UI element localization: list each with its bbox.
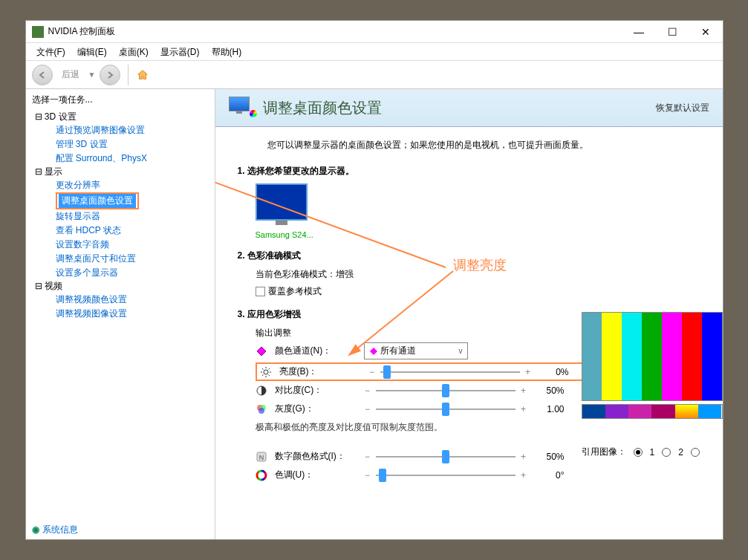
tree-item-multimonitor[interactable]: 设置多个显示器 bbox=[32, 266, 209, 280]
monitor-name: Samsung S24... bbox=[256, 230, 700, 239]
tree-item-hdcp[interactable]: 查看 HDCP 状态 bbox=[32, 224, 209, 238]
page-header-icon bbox=[229, 97, 256, 119]
monitor-thumbnail[interactable] bbox=[256, 183, 308, 221]
gamma-slider[interactable] bbox=[376, 408, 516, 410]
contrast-slider[interactable] bbox=[376, 390, 516, 391]
tree-item-size-position[interactable]: 调整桌面尺寸和位置 bbox=[32, 252, 209, 266]
menubar: 文件(F) 编辑(E) 桌面(K) 显示器(D) 帮助(H) bbox=[26, 43, 723, 61]
tree-item-audio[interactable]: 设置数字音频 bbox=[32, 238, 209, 252]
reference-radio-2[interactable] bbox=[662, 448, 671, 457]
reference-radio-3[interactable] bbox=[691, 448, 700, 457]
tree-item-surround[interactable]: 配置 Surround、PhysX bbox=[32, 152, 209, 166]
gamma-label: 灰度(G)： bbox=[275, 403, 357, 415]
override-checkbox-row[interactable]: 覆盖参考模式 bbox=[256, 285, 700, 298]
home-icon[interactable] bbox=[136, 68, 149, 82]
nvidia-icon: N bbox=[256, 451, 267, 463]
minus-icon: − bbox=[364, 385, 371, 396]
app-icon bbox=[32, 26, 44, 38]
page-description: 您可以调整显示器的桌面颜色设置；如果您使用的是电视机，也可提升画面质量。 bbox=[267, 139, 700, 152]
channel-label: 颜色通道(N)： bbox=[275, 345, 357, 357]
contrast-label: 对比度(C)： bbox=[275, 384, 357, 397]
main-body: 选择一项任务... ⊟ 3D 设置 通过预览调整图像设置 管理 3D 设置 配置… bbox=[26, 89, 723, 539]
vibrance-value: 50% bbox=[535, 452, 565, 462]
tree-item-video-color[interactable]: 调整视频颜色设置 bbox=[32, 293, 209, 307]
hue-label: 色调(U)： bbox=[275, 469, 357, 481]
tree-item-video-image[interactable]: 调整视频图像设置 bbox=[32, 307, 209, 321]
hue-row: 色调(U)： − + 0° bbox=[256, 466, 700, 484]
tree-item-desktop-color[interactable]: 调整桌面颜色设置 bbox=[59, 194, 136, 208]
sidebar-title: 选择一项任务... bbox=[32, 94, 209, 106]
contrast-icon bbox=[256, 385, 267, 397]
override-label: 覆盖参考模式 bbox=[268, 285, 322, 298]
sun-icon bbox=[260, 366, 272, 378]
svg-line-7 bbox=[262, 368, 264, 370]
plus-icon: + bbox=[520, 452, 527, 462]
toolbar-separator bbox=[128, 65, 129, 85]
svg-line-10 bbox=[268, 368, 270, 370]
section-color-accuracy: 2. 色彩准确模式 当前色彩准确模式：增强 覆盖参考模式 bbox=[238, 250, 700, 298]
plus-icon: + bbox=[520, 385, 527, 396]
minus-icon: − bbox=[364, 404, 371, 414]
svg-point-14 bbox=[258, 408, 264, 414]
menu-file[interactable]: 文件(F) bbox=[30, 45, 71, 59]
preview-area: 引用图像： 1 2 bbox=[582, 312, 723, 458]
minimize-button[interactable]: — bbox=[622, 21, 656, 42]
plus-icon: + bbox=[520, 404, 527, 414]
system-info-link[interactable]: ◉系统信息 bbox=[32, 524, 78, 536]
sidebar: 选择一项任务... ⊟ 3D 设置 通过预览调整图像设置 管理 3D 设置 配置… bbox=[26, 89, 215, 539]
override-checkbox[interactable] bbox=[256, 287, 265, 296]
page-header: 调整桌面颜色设置 恢复默认设置 bbox=[215, 89, 723, 127]
channel-select[interactable]: 所有通道 v bbox=[364, 342, 468, 359]
restore-defaults-link[interactable]: 恢复默认设置 bbox=[656, 102, 709, 114]
tree-group-display[interactable]: ⊟ 显示 bbox=[32, 166, 209, 178]
minus-icon: − bbox=[368, 367, 376, 377]
brightness-label: 亮度(B)： bbox=[279, 365, 361, 378]
back-button[interactable] bbox=[32, 65, 53, 85]
back-label: 后退 bbox=[57, 68, 84, 81]
menu-display[interactable]: 显示器(D) bbox=[155, 45, 206, 59]
back-dropdown-icon[interactable]: ▼ bbox=[88, 71, 96, 79]
menu-help[interactable]: 帮助(H) bbox=[206, 45, 248, 59]
tree-item-rotate[interactable]: 旋转显示器 bbox=[32, 209, 209, 224]
tree-item-manage3d[interactable]: 管理 3D 设置 bbox=[32, 137, 209, 152]
channel-icon bbox=[256, 345, 267, 357]
section-select-monitor: 1. 选择您希望更改的显示器。 Samsung S24... bbox=[238, 165, 700, 239]
svg-marker-1 bbox=[370, 348, 377, 355]
vibrance-slider[interactable] bbox=[376, 456, 516, 458]
menu-edit[interactable]: 编辑(E) bbox=[71, 45, 113, 59]
hue-slider[interactable] bbox=[376, 475, 516, 476]
gamma-icon bbox=[256, 403, 267, 415]
reference-radio-1[interactable] bbox=[634, 448, 643, 457]
app-window: NVIDIA 控制面板 — ☐ ✕ 文件(F) 编辑(E) 桌面(K) 显示器(… bbox=[25, 20, 723, 540]
plus-icon: + bbox=[524, 367, 532, 377]
tree-item-preview3d[interactable]: 通过预览调整图像设置 bbox=[32, 123, 209, 137]
forward-button[interactable] bbox=[100, 65, 120, 85]
toolbar: 后退 ▼ bbox=[26, 61, 723, 89]
minus-icon: − bbox=[364, 470, 371, 481]
titlebar: NVIDIA 控制面板 — ☐ ✕ bbox=[26, 21, 723, 43]
menu-desktop[interactable]: 桌面(K) bbox=[113, 45, 155, 59]
reference-label: 引用图像： bbox=[582, 446, 626, 458]
tree-item-resolution[interactable]: 更改分辨率 bbox=[32, 178, 209, 192]
vibrance-label: 数字颜色格式(I)： bbox=[275, 450, 357, 463]
page-title: 调整桌面颜色设置 bbox=[263, 98, 656, 118]
minus-icon: − bbox=[364, 452, 371, 462]
svg-text:N: N bbox=[258, 454, 264, 461]
color-strip bbox=[582, 404, 723, 419]
content-area: 调整桌面颜色设置 恢复默认设置 您可以调整显示器的桌面颜色设置；如果您使用的是电… bbox=[215, 89, 723, 539]
sysinfo-icon: ◉ bbox=[32, 524, 39, 535]
tree-group-3d[interactable]: ⊟ 3D 设置 bbox=[32, 111, 209, 123]
brightness-slider[interactable] bbox=[380, 371, 520, 373]
annotation-highlight-sidebar: 调整桌面颜色设置 bbox=[56, 192, 139, 209]
tree-group-video[interactable]: ⊟ 视频 bbox=[32, 280, 209, 293]
maximize-button[interactable]: ☐ bbox=[656, 21, 689, 42]
window-controls: — ☐ ✕ bbox=[622, 21, 723, 42]
hue-icon bbox=[256, 469, 267, 481]
close-button[interactable]: ✕ bbox=[689, 21, 723, 42]
window-title: NVIDIA 控制面板 bbox=[48, 25, 622, 38]
chevron-down-icon: v bbox=[459, 347, 463, 355]
contrast-value: 50% bbox=[535, 385, 565, 396]
hue-value: 0° bbox=[535, 470, 565, 481]
plus-icon: + bbox=[520, 470, 527, 481]
current-mode: 当前色彩准确模式：增强 bbox=[256, 268, 700, 281]
